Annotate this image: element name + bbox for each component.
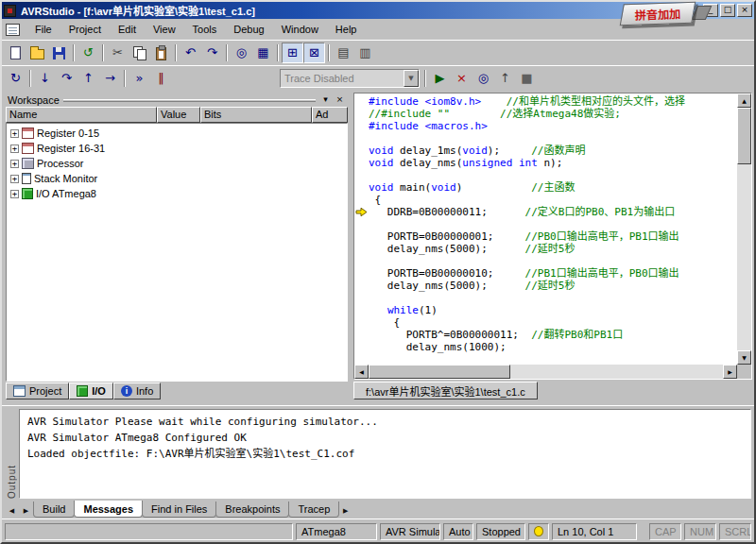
editor-margin[interactable] [354, 144, 369, 157]
step-over-button[interactable]: ↷ [56, 68, 77, 89]
menu-item-help[interactable]: Help [327, 21, 366, 38]
code-line[interactable]: delay_nms(1000); [369, 341, 737, 353]
tree-expander-icon[interactable]: + [10, 160, 19, 168]
code-line[interactable] [369, 132, 737, 144]
maximize-button[interactable]: □ [720, 4, 735, 17]
code-line[interactable]: PORTB=0B00000001; //PB0口输出高电平，PB1口输出 [369, 230, 737, 243]
refresh-button[interactable]: ↺ [77, 42, 99, 63]
tree-item[interactable]: +Register 16-31 [7, 141, 347, 156]
output-tab-build[interactable]: Build [33, 502, 75, 518]
file-tab[interactable]: f:\avr单片机实验室\实验1\test_c1.c [353, 382, 538, 400]
vertical-scroll-thumb[interactable] [737, 108, 751, 164]
editor-margin[interactable] [354, 108, 369, 120]
code-line[interactable]: { [369, 316, 737, 329]
editor-margin[interactable] [354, 255, 369, 267]
editor-margin[interactable] [354, 132, 369, 144]
editor-margin[interactable] [354, 243, 369, 255]
workspace-tab-project[interactable]: Project [6, 382, 69, 400]
menu-item-window[interactable]: Window [273, 21, 327, 38]
horizontal-scroll-track[interactable] [510, 365, 723, 379]
editor-margin[interactable] [354, 181, 369, 194]
run-button[interactable]: ▶ [429, 68, 451, 89]
quickwatch-button[interactable]: ◎ [472, 68, 494, 89]
menu-item-project[interactable]: Project [60, 21, 110, 38]
output-text-area[interactable]: AVR Simulator Please wait while configur… [19, 409, 751, 499]
stop-button[interactable]: ■ [516, 68, 538, 89]
column-header-name[interactable]: Name [6, 107, 157, 123]
combobox-dropdown-icon[interactable]: ▼ [404, 70, 419, 87]
editor-margin[interactable] [354, 280, 369, 292]
editor-margin[interactable] [354, 157, 369, 169]
menu-item-debug[interactable]: Debug [225, 21, 272, 38]
title-bar[interactable]: AVRStudio - [f:\avr单片机实验室\实验1\test_c1.c]… [2, 2, 754, 19]
save-file-button[interactable] [48, 42, 70, 63]
code-line[interactable]: #include <macros.h> [369, 120, 737, 132]
scroll-right-button[interactable]: ▶ [723, 365, 737, 379]
tree-expander-icon[interactable]: + [10, 190, 19, 198]
scroll-up-button[interactable]: ▲ [737, 94, 751, 108]
output-tab-messages[interactable]: Messages [74, 501, 143, 518]
redo-button[interactable]: ↷ [201, 42, 223, 63]
tree-item[interactable]: +Stack Monitor [7, 171, 347, 186]
menu-item-view[interactable]: View [145, 21, 184, 38]
editor-margin[interactable] [354, 316, 369, 329]
break-button[interactable]: ‖ [150, 68, 172, 89]
tree-item[interactable]: +Processor [7, 156, 347, 171]
code-line[interactable]: void delay_1ms(void); //函数声明 [369, 144, 737, 157]
step-into-button[interactable]: ↓ [34, 68, 56, 89]
editor-margin[interactable] [354, 169, 369, 181]
menu-item-tools[interactable]: Tools [184, 21, 226, 38]
scroll-down-button[interactable]: ▼ [737, 350, 751, 365]
column-header-ad[interactable]: Ad [312, 107, 348, 123]
output-tab-tracep[interactable]: Tracep [288, 502, 339, 518]
find-in-files-button[interactable]: ▦ [252, 42, 274, 63]
tree-item[interactable]: +I/O ATmega8 [7, 186, 347, 201]
paste-button[interactable] [150, 42, 172, 63]
column-header-value[interactable]: Value [157, 107, 200, 123]
code-line[interactable]: void delay_nms(unsigned int n); [369, 157, 737, 169]
code-line[interactable] [369, 169, 737, 181]
code-line[interactable]: delay_nms(5000); //延时5秒 [369, 243, 737, 255]
find-button[interactable]: ◎ [231, 42, 252, 63]
workspace-menu-button[interactable]: ▾ [319, 94, 332, 106]
output-tab-breakpoints[interactable]: Breakpoints [215, 502, 289, 518]
editor-margin[interactable] [354, 267, 369, 280]
code-line[interactable]: PORTB^=0B00000011; //翻转PB0和PB1口 [369, 329, 737, 341]
workspace-close-button[interactable]: × [334, 94, 346, 106]
menu-item-file[interactable]: File [26, 21, 60, 38]
ime-widget[interactable]: 拼音加加 [620, 2, 696, 26]
tree-expander-icon[interactable]: + [10, 175, 19, 183]
step-out-button[interactable]: ↑ [77, 68, 99, 89]
watch-window-button[interactable]: ⊞ [282, 42, 303, 63]
code-editor[interactable]: #include <iom8v.h> //和单片机类型相对应的头文件，选择//#… [353, 93, 752, 380]
document-menu-icon[interactable] [6, 24, 20, 36]
clear-breakpoints-button[interactable]: × [451, 68, 472, 89]
vertical-scroll-track[interactable] [737, 164, 751, 350]
workspace-gripper[interactable] [63, 99, 316, 102]
code-line[interactable]: while(1) [369, 304, 737, 316]
editor-margin[interactable] [354, 120, 369, 132]
horizontal-scroll-thumb[interactable] [369, 365, 510, 379]
code-line[interactable]: //#include "" //选择Atmega48做实验; [369, 108, 737, 120]
editor-margin[interactable] [354, 218, 369, 230]
tree-expander-icon[interactable]: + [10, 129, 19, 138]
code-line[interactable]: DDRB=0B00000011; //定义B口的PB0、PB1为输出口 [369, 206, 737, 218]
tile-windows-button[interactable]: ▥ [354, 42, 376, 63]
cut-button[interactable]: ✂ [107, 42, 129, 63]
editor-margin[interactable] [354, 230, 369, 243]
column-header-bits[interactable]: Bits [200, 107, 312, 123]
memory-window-button[interactable]: ⊠ [303, 42, 325, 63]
editor-margin[interactable] [354, 292, 369, 304]
close-button[interactable]: × [737, 4, 752, 17]
tree-item[interactable]: +Register 0-15 [7, 126, 347, 141]
new-file-button[interactable] [5, 42, 26, 63]
vertical-scrollbar[interactable]: ▲ ▼ [737, 94, 751, 365]
reset-button[interactable]: ↻ [5, 68, 26, 89]
output-tab-findinfiles[interactable]: Find in Files [142, 502, 216, 518]
copy-button[interactable] [129, 42, 150, 63]
workspace-title-bar[interactable]: Workspace ▾× [6, 93, 348, 107]
code-line[interactable] [369, 255, 737, 267]
code-line[interactable]: delay_nms(5000); //延时5秒 [369, 280, 737, 292]
undo-button[interactable]: ↶ [180, 42, 201, 63]
show-next-statement-button[interactable]: ↑ [494, 68, 516, 89]
